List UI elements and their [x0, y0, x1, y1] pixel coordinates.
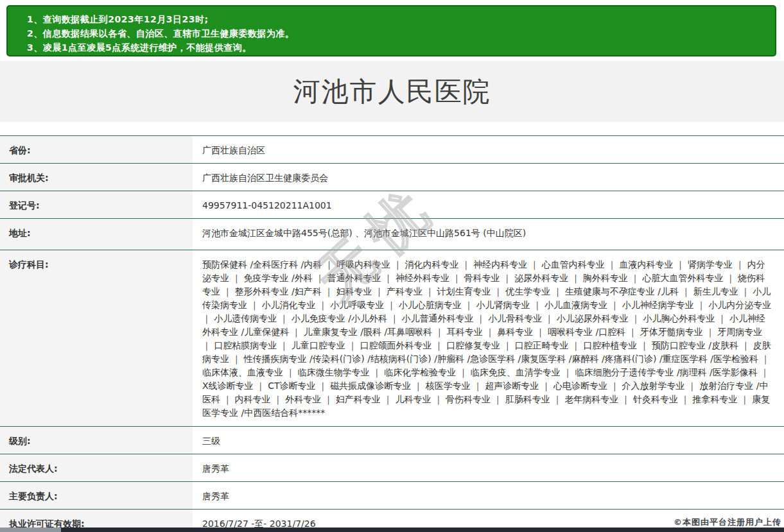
row-approval-authority-label: 审批机关:	[0, 164, 193, 191]
notice-box: 1、查询数据截止到2023年12月3日23时; 2、信息数据结果以各省、自治区、…	[6, 5, 776, 56]
row-province-label: 省份:	[0, 136, 193, 163]
row-province-value: 广西壮族自治区	[193, 136, 784, 163]
row-legal-representative: 法定代表人: 唐秀革	[0, 454, 784, 482]
row-clinical-departments: 诊疗科目: 预防保健科 /全科医疗科 /内科 ｜ 呼吸内科专业 ｜ 消化内科专业…	[0, 250, 784, 427]
notice-line-2: 2、信息数据结果以各省、自治区、直辖市卫生健康委数据为准。	[27, 26, 762, 40]
upload-credit-watermark: ©本图由平台注册用户上传	[674, 517, 781, 528]
row-province: 省份: 广西壮族自治区	[0, 136, 784, 164]
scrollbar-thumb[interactable]	[0, 528, 61, 532]
row-level-label: 级别:	[0, 427, 193, 454]
row-approval-authority: 审批机关: 广西壮族自治区卫生健康委员会	[0, 164, 784, 191]
row-registration-number-value: 49957911-045120211A1001	[193, 191, 784, 218]
row-principal-value: 唐秀革	[193, 482, 784, 509]
row-registration-number: 登记号: 49957911-045120211A1001	[0, 191, 784, 219]
horizontal-scrollbar[interactable]	[0, 528, 784, 532]
row-principal: 主要负责人: 唐秀革	[0, 482, 784, 510]
row-legal-representative-label: 法定代表人:	[0, 454, 193, 481]
row-level-value: 三级	[193, 427, 784, 454]
row-address: 地址: 河池市金城江区金城中路455号(总部) 、河池市金城江区中山路561号 …	[0, 219, 784, 250]
row-clinical-departments-value: 预防保健科 /全科医疗科 /内科 ｜ 呼吸内科专业 ｜ 消化内科专业 ｜ 神经内…	[193, 250, 784, 426]
row-principal-label: 主要负责人:	[0, 482, 193, 509]
row-address-value: 河池市金城江区金城中路455号(总部) 、河池市金城江区中山路561号 (中山院…	[193, 219, 784, 250]
title-band: 河池市人民医院	[0, 61, 784, 122]
page-title: 河池市人民医院	[293, 74, 491, 110]
row-clinical-departments-label: 诊疗科目:	[0, 250, 193, 426]
row-legal-representative-value: 唐秀革	[193, 454, 784, 481]
hospital-info-table: 省份: 广西壮族自治区 审批机关: 广西壮族自治区卫生健康委员会 登记号: 49…	[0, 135, 784, 532]
notice-line-3: 3、凌晨1点至凌晨5点系统进行维护，不能提供查询。	[27, 40, 762, 55]
row-level: 级别: 三级	[0, 427, 784, 454]
row-registration-number-label: 登记号:	[0, 191, 193, 218]
notice-line-1: 1、查询数据截止到2023年12月3日23时;	[27, 12, 762, 26]
row-address-label: 地址:	[0, 219, 193, 250]
row-approval-authority-value: 广西壮族自治区卫生健康委员会	[193, 164, 784, 191]
